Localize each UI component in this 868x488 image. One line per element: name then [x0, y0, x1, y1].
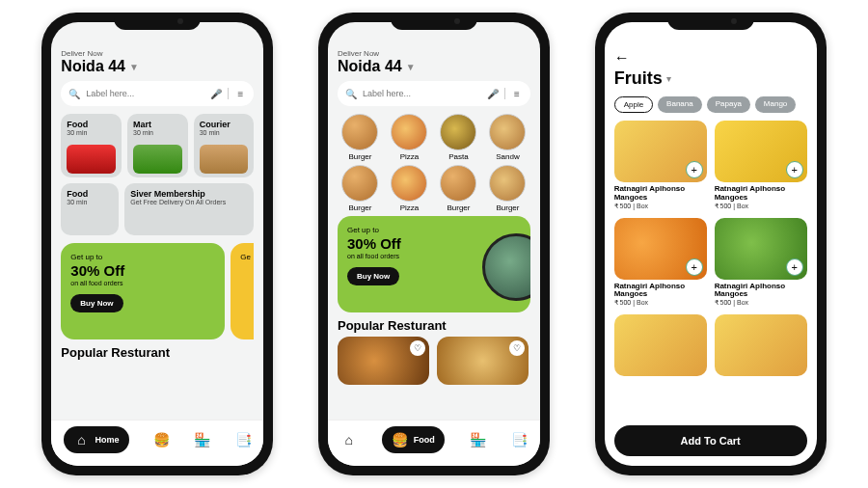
- cat-burger-3[interactable]: Burger: [436, 165, 481, 212]
- burger-icon: [341, 114, 378, 150]
- store-nav-icon[interactable]: 🏪: [469, 431, 486, 448]
- product-card[interactable]: + Ratnagiri Aplhonso Mangoes ₹ 500 | Box: [715, 218, 807, 308]
- cat-pasta[interactable]: Pasta: [436, 114, 481, 161]
- product-name: Ratnagiri Aplhonso Mangoes: [715, 283, 807, 300]
- add-button[interactable]: +: [686, 161, 703, 178]
- tile-sub: 30 min: [67, 199, 113, 205]
- product-image: +: [614, 121, 707, 182]
- heart-icon[interactable]: ♡: [410, 340, 425, 356]
- filter-icon[interactable]: ≡: [234, 88, 246, 99]
- cat-burger-2[interactable]: Burger: [338, 165, 383, 212]
- product-card[interactable]: + Ratnagiri Aplhonso Mangoes ₹ 500 | Box: [614, 121, 707, 210]
- membership-sub: Get Free Delivery On All Orders: [130, 199, 248, 205]
- product-card[interactable]: + Ratnagiri Aplhonso Mangoes ₹ 500 | Box: [614, 218, 707, 308]
- search-input[interactable]: [86, 89, 204, 98]
- promo-card[interactable]: Get up to 30% Off on all food orders Buy…: [61, 243, 225, 339]
- tile-sub: 30 min: [200, 129, 249, 136]
- title-row[interactable]: Fruits ▾: [614, 68, 807, 89]
- more-nav-icon[interactable]: 📑: [234, 431, 252, 448]
- tile-title: Food: [67, 189, 113, 199]
- buy-now-button[interactable]: Buy Now: [70, 294, 122, 312]
- add-to-cart-button[interactable]: Add To Cart: [614, 425, 807, 456]
- nav-label: Food: [414, 435, 435, 445]
- back-icon[interactable]: ←: [614, 49, 630, 67]
- notch: [114, 13, 201, 30]
- promo-card-2[interactable]: Ge: [231, 243, 254, 339]
- notch: [667, 13, 754, 30]
- divider: [504, 88, 505, 99]
- cat-label: Burger: [496, 203, 519, 212]
- product-name: Ratnagiri Aplhonso Mangoes: [715, 185, 807, 203]
- mic-icon[interactable]: 🎤: [487, 88, 499, 99]
- nav-food[interactable]: 🍔 Food: [382, 426, 445, 453]
- location-text: Noida 44: [61, 58, 125, 75]
- product-price: ₹ 500 | Box: [614, 203, 707, 210]
- bottom-nav: ⌂ 🍔 Food 🏪 📑: [328, 420, 540, 466]
- location-text: Noida 44: [338, 58, 402, 75]
- pizza-icon: [391, 114, 427, 150]
- product-image: [614, 314, 707, 376]
- restaurant-card[interactable]: ♡: [338, 337, 429, 385]
- burger-icon: [341, 165, 378, 202]
- tile-food-2[interactable]: Food 30 min: [61, 183, 119, 235]
- more-nav-icon[interactable]: 📑: [510, 431, 528, 448]
- add-button[interactable]: +: [686, 258, 703, 276]
- nav-label: Home: [95, 435, 120, 445]
- divider: [228, 88, 229, 99]
- home-icon: ⌂: [73, 431, 91, 448]
- deliver-label: Deliver Now: [61, 49, 254, 58]
- promo-card[interactable]: Get up to 30% Off on all food orders Buy…: [338, 216, 530, 312]
- search-icon: 🔍: [68, 88, 80, 99]
- cat-sandwich[interactable]: Sandw: [485, 114, 530, 161]
- membership-card[interactable]: Siver Membership Get Free Delivery On Al…: [124, 183, 254, 235]
- cat-label: Burger: [348, 203, 371, 212]
- product-card[interactable]: [715, 314, 807, 376]
- chevron-down-icon: ▼: [406, 62, 416, 72]
- tile-sub: 30 min: [67, 129, 116, 136]
- chip-banana[interactable]: Banana: [658, 96, 702, 113]
- courier-icon: [200, 145, 249, 174]
- cat-pizza-2[interactable]: Pizza: [387, 165, 432, 212]
- chip-papaya[interactable]: Papaya: [707, 96, 750, 113]
- cat-burger-4[interactable]: Burger: [485, 165, 530, 212]
- tile-mart[interactable]: Mart 30 min: [127, 114, 188, 177]
- cat-burger[interactable]: Burger: [338, 114, 383, 161]
- search-bar[interactable]: 🔍 🎤 ≡: [338, 81, 530, 106]
- food-nav-icon[interactable]: 🍔: [152, 431, 170, 448]
- deliver-label: Deliver Now: [338, 49, 530, 58]
- product-card[interactable]: [614, 314, 707, 376]
- screen: Deliver Now Noida 44 ▼ 🔍 🎤 ≡ Food 30 min: [51, 22, 263, 466]
- home-nav-icon[interactable]: ⌂: [340, 431, 358, 448]
- product-card[interactable]: + Ratnagiri Aplhonso Mangoes ₹ 500 | Box: [715, 121, 807, 210]
- tile-courier[interactable]: Courier 30 min: [194, 114, 255, 177]
- heart-icon[interactable]: ♡: [509, 340, 525, 356]
- chip-apple[interactable]: Apple: [614, 96, 653, 113]
- category-row-1: Burger Pizza Pasta Sandw: [338, 114, 530, 161]
- location-selector[interactable]: Noida 44 ▼: [338, 58, 530, 75]
- phone-food: Deliver Now Noida 44 ▼ 🔍 🎤 ≡ Burger Pizz…: [318, 13, 550, 475]
- product-image: +: [715, 218, 807, 280]
- tile-food[interactable]: Food 30 min: [61, 114, 122, 177]
- cat-label: Burger: [447, 203, 470, 212]
- buy-now-button[interactable]: Buy Now: [347, 267, 399, 285]
- content: Deliver Now Noida 44 ▼ 🔍 🎤 ≡ Food 30 min: [51, 22, 263, 420]
- chip-mango[interactable]: Mango: [755, 96, 796, 113]
- notch: [391, 13, 477, 30]
- food-icon: [67, 145, 116, 174]
- add-button[interactable]: +: [786, 161, 803, 178]
- add-button[interactable]: +: [786, 258, 803, 276]
- nav-home[interactable]: ⌂ Home: [64, 426, 129, 453]
- food-icon: 🍔: [392, 431, 409, 448]
- promo-line1: Ge: [240, 253, 254, 261]
- location-selector[interactable]: Noida 44 ▼: [61, 58, 254, 75]
- header: ←: [614, 49, 807, 67]
- cat-pizza[interactable]: Pizza: [387, 114, 432, 161]
- filter-icon[interactable]: ≡: [511, 88, 523, 99]
- cat-label: Pizza: [400, 152, 420, 161]
- restaurant-card[interactable]: ♡: [437, 337, 529, 385]
- search-bar[interactable]: 🔍 🎤 ≡: [61, 81, 254, 106]
- store-nav-icon[interactable]: 🏪: [194, 431, 211, 448]
- promo-line2: 30% Off: [70, 262, 215, 279]
- mic-icon[interactable]: 🎤: [210, 88, 222, 99]
- search-input[interactable]: [363, 89, 481, 98]
